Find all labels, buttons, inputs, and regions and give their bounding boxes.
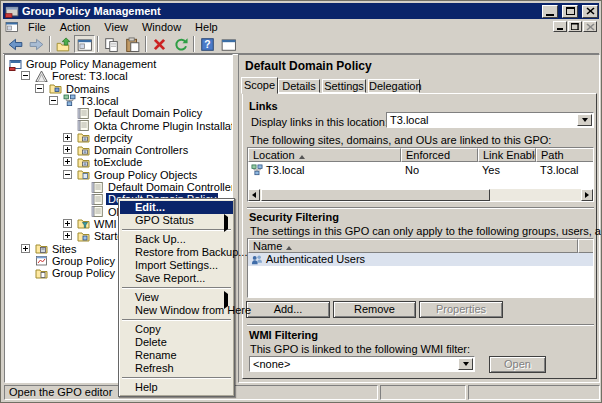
context-menu-view[interactable]: View [120, 291, 233, 304]
child-minimize-button[interactable] [553, 21, 567, 32]
menu-item-label: View [135, 291, 159, 303]
menu-file[interactable]: File [21, 20, 53, 34]
tree-item-label[interactable]: Group Policy Management [24, 58, 158, 70]
toolbar-forward-button[interactable] [26, 35, 47, 53]
tree-item-label[interactable]: derpcity [92, 132, 135, 144]
context-menu-gpo-status[interactable]: GPO Status [120, 214, 233, 227]
collapse-icon[interactable] [21, 71, 30, 80]
menu-item-label: Import Settings... [135, 259, 218, 271]
menu-help[interactable]: Help [188, 20, 225, 34]
menu-action[interactable]: Action [53, 20, 98, 34]
toolbar-back-button[interactable] [5, 35, 26, 53]
tree-item-label[interactable]: Domains [64, 83, 111, 95]
expand-icon[interactable] [21, 244, 30, 253]
tree-item[interactable]: derpcity [5, 132, 232, 145]
display-links-combobox[interactable]: T3.local [386, 112, 594, 128]
domain-icon [251, 163, 263, 176]
tree-item-label[interactable]: Default Domain Controllers Policy [106, 181, 233, 193]
security-column-header-spacer [578, 239, 594, 253]
properties-button[interactable]: Properties [419, 301, 503, 318]
links-column-header[interactable]: Location [248, 148, 401, 162]
collapse-icon[interactable] [63, 170, 72, 179]
expand-icon[interactable] [63, 231, 72, 240]
tree-item-label[interactable]: Forest: T3.local [50, 70, 130, 82]
result-pane: Default Domain Policy ScopeDetailsSettin… [238, 54, 600, 383]
tab-delegation[interactable]: Delegation [368, 79, 420, 93]
tree-item-label[interactable]: Group Policy Objects [92, 169, 199, 181]
gpo-title: Default Domain Policy [245, 59, 372, 73]
menu-separator [122, 287, 231, 288]
toolbar-new-window-button[interactable] [218, 35, 239, 53]
tree-item[interactable]: Forest: T3.local [5, 70, 232, 83]
tree-item[interactable]: Default Domain Controllers Policy [5, 181, 232, 194]
scrollbar-thumb[interactable] [261, 189, 490, 201]
tree-item[interactable]: T3.local [5, 95, 232, 108]
wmi-open-button[interactable]: Open [489, 356, 546, 373]
context-menu-copy[interactable]: Copy [120, 323, 233, 336]
context-menu-rename[interactable]: Rename [120, 349, 233, 362]
tree-item[interactable]: Domains [5, 83, 232, 96]
combo-dropdown-icon[interactable] [458, 358, 473, 370]
maximize-button[interactable] [562, 5, 578, 18]
links-column-header[interactable]: Link Enabled [478, 148, 536, 162]
security-table-row[interactable]: Authenticated Users [248, 253, 593, 266]
links-column-header[interactable]: Path [536, 148, 594, 162]
security-filtering-table: NameAuthenticated Users [247, 238, 594, 298]
tree-item[interactable]: toExclude [5, 156, 232, 169]
toolbar-console-window-button[interactable] [74, 35, 95, 53]
add-button[interactable]: Add... [246, 301, 330, 318]
tree-item-label[interactable]: toExclude [92, 156, 144, 168]
child-close-button[interactable] [583, 21, 597, 32]
wmi-filter-combobox[interactable]: <none> [249, 356, 475, 372]
collapse-icon[interactable] [35, 84, 44, 93]
expand-icon[interactable] [63, 157, 72, 166]
context-menu-back-up[interactable]: Back Up... [120, 233, 233, 246]
expand-icon[interactable] [63, 145, 72, 154]
close-button[interactable] [582, 5, 598, 18]
tree-item-label[interactable]: Okta Chrome Plugin Installation [92, 120, 233, 132]
remove-button[interactable]: Remove [333, 301, 416, 318]
toolbar-export-list-button[interactable] [53, 35, 74, 53]
context-menu-save-report[interactable]: Save Report... [120, 272, 233, 285]
toolbar-copy-button[interactable] [101, 35, 122, 53]
toolbar-refresh-button[interactable] [170, 35, 191, 53]
toolbar-help-button[interactable]: ? [197, 35, 218, 53]
toolbar-paste-button[interactable] [122, 35, 143, 53]
tab-scope[interactable]: Scope [241, 77, 278, 94]
context-menu-refresh[interactable]: Refresh [120, 362, 233, 375]
tree-item[interactable]: Okta Chrome Plugin Installation [5, 120, 232, 133]
context-menu-help[interactable]: Help [120, 381, 233, 394]
console-child-icon [5, 20, 18, 34]
copy-icon [104, 35, 119, 53]
wmi-filtering-description: This GPO is linked to the following WMI … [250, 343, 470, 355]
minimize-button[interactable] [542, 5, 558, 18]
tree-item[interactable]: Domain Controllers [5, 144, 232, 157]
context-menu-new-window-from-here[interactable]: New Window from Here [120, 304, 233, 317]
expand-icon[interactable] [63, 133, 72, 142]
context-menu-edit[interactable]: Edit... [120, 201, 233, 214]
scroll-left-icon[interactable] [248, 189, 260, 201]
expand-icon[interactable] [63, 219, 72, 228]
tree-item-label[interactable]: T3.local [78, 95, 121, 107]
toolbar-delete-button[interactable] [149, 35, 170, 53]
context-menu-import-settings[interactable]: Import Settings... [120, 259, 233, 272]
links-column-header[interactable]: Enforced [401, 148, 478, 162]
tree-item[interactable]: Group Policy Objects [5, 169, 232, 182]
tree-item-label[interactable]: Default Domain Policy [92, 107, 204, 119]
tree-item-label[interactable]: Domain Controllers [92, 144, 190, 156]
child-restore-button[interactable] [568, 21, 582, 32]
combo-dropdown-icon[interactable] [577, 114, 592, 126]
collapse-icon[interactable] [49, 96, 58, 105]
tab-settings[interactable]: Settings [322, 79, 366, 93]
scroll-right-icon[interactable] [581, 189, 593, 201]
security-column-header[interactable]: Name [248, 239, 578, 253]
group-policy-management-window: Group Policy Management FileActionViewWi… [0, 0, 602, 403]
tree-item-label[interactable]: Sites [50, 243, 78, 255]
tree-item[interactable]: Default Domain Policy [5, 107, 232, 120]
context-menu-restore-from-backup[interactable]: Restore from Backup... [120, 246, 233, 259]
tab-details[interactable]: Details [278, 79, 320, 93]
menu-window[interactable]: Window [135, 20, 188, 34]
menu-view[interactable]: View [97, 20, 135, 34]
links-horizontal-scrollbar[interactable] [248, 189, 593, 201]
context-menu-delete[interactable]: Delete [120, 336, 233, 349]
